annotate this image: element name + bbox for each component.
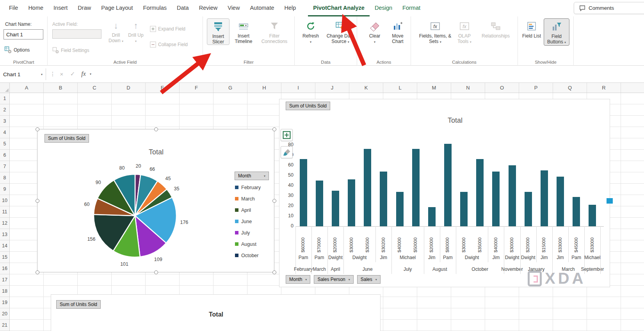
menu-tab-file[interactable]: File [4, 0, 23, 16]
field-list-button[interactable]: Field List [521, 18, 542, 39]
bar[interactable] [428, 207, 436, 226]
selection-handle[interactable] [154, 127, 158, 131]
row-header-16[interactable]: 16 [0, 263, 9, 274]
row-header-11[interactable]: 11 [0, 206, 9, 218]
legend-field-button-month[interactable]: Month ▾ [235, 172, 269, 180]
field-button-sales-person[interactable]: Sales Person▾ [314, 275, 353, 284]
selection-handle[interactable] [36, 127, 39, 131]
select-all-corner[interactable] [0, 83, 10, 93]
relationships-button[interactable]: Relationships [477, 18, 514, 39]
active-field-input[interactable] [52, 29, 101, 39]
row-header-18[interactable]: 18 [0, 286, 9, 297]
column-header-A[interactable]: A [10, 83, 44, 93]
menu-tab-pivotchart-analyze[interactable]: PivotChart Analyze [308, 0, 370, 16]
bar[interactable] [476, 159, 484, 226]
bar[interactable] [557, 177, 564, 226]
bar[interactable] [364, 149, 371, 226]
menu-tab-insert[interactable]: Insert [48, 0, 73, 16]
filter-connections-button[interactable]: Filter Connections [258, 18, 291, 44]
column-header-M[interactable]: M [417, 83, 451, 93]
legend-item-june[interactable]: June [235, 216, 261, 227]
row-header-3[interactable]: 3 [0, 116, 9, 127]
bar[interactable] [316, 181, 323, 226]
column-header-O[interactable]: O [485, 83, 519, 93]
move-chart-button[interactable]: Move Chart [387, 18, 409, 44]
formula-bar-handle-icon[interactable]: ⋮ [50, 71, 55, 77]
row-header-20[interactable]: 20 [0, 308, 9, 320]
bar[interactable] [396, 192, 404, 226]
row-header-14[interactable]: 14 [0, 240, 9, 252]
pie2-value-field-button[interactable]: Sum of Units Sold [56, 300, 101, 309]
enter-icon[interactable]: ✓ [68, 70, 77, 77]
bar[interactable] [444, 144, 452, 226]
row-header-4[interactable]: 4 [0, 127, 9, 138]
selection-handle[interactable] [36, 199, 39, 203]
legend-item-august[interactable]: August [235, 238, 261, 250]
insert-timeline-button[interactable]: Insert Timeline [231, 18, 256, 44]
pivot-bar-chart[interactable]: Sum of Units Sold Total 0102030405060708… [279, 99, 610, 287]
row-header-15[interactable]: 15 [0, 252, 9, 263]
selection-handle[interactable] [154, 270, 158, 274]
row-header-7[interactable]: 7 [0, 161, 9, 172]
column-header-N[interactable]: N [451, 83, 485, 93]
menu-tab-formulas[interactable]: Formulas [138, 0, 172, 16]
fields-items-sets-button[interactable]: fx Fields, Items, & Sets ▾ [419, 18, 452, 45]
column-header-D[interactable]: D [112, 83, 146, 93]
menu-tab-help[interactable]: Help [279, 0, 301, 16]
row-header-6[interactable]: 6 [0, 150, 9, 161]
bar[interactable] [332, 191, 339, 226]
legend-item-february[interactable]: February [235, 182, 261, 193]
collapse-field-button[interactable]: Collapse Field [150, 41, 188, 48]
formula-input[interactable] [101, 68, 639, 80]
menu-tab-draw[interactable]: Draw [73, 0, 96, 16]
field-button-sales[interactable]: Sales▾ [357, 275, 381, 284]
menu-tab-view[interactable]: View [222, 0, 245, 16]
olap-tools-button[interactable]: fx OLAP Tools ▾ [453, 18, 476, 45]
selection-handle[interactable] [272, 199, 276, 203]
bar[interactable] [541, 170, 548, 226]
column-header-L[interactable]: L [383, 83, 417, 93]
row-header-10[interactable]: 10 [0, 195, 9, 206]
column-header-E[interactable]: E [146, 83, 180, 93]
options-button[interactable]: Options [4, 46, 30, 54]
bar[interactable] [573, 197, 580, 226]
menu-tab-format[interactable]: Format [397, 0, 425, 16]
row-header-19[interactable]: 19 [0, 297, 9, 308]
row-header-2[interactable]: 2 [0, 104, 9, 116]
field-button-month[interactable]: Month▾ [286, 275, 310, 284]
row-header-9[interactable]: 9 [0, 184, 9, 195]
pivot-pie-chart[interactable]: Sum of Units Sold Total 2066453517610910… [37, 129, 274, 272]
refresh-button[interactable]: Refresh▾ [299, 18, 323, 45]
column-header-K[interactable]: K [349, 83, 383, 93]
selection-handle[interactable] [36, 270, 39, 274]
expand-field-button[interactable]: Expand Field [150, 26, 185, 32]
column-header-B[interactable]: B [44, 83, 78, 93]
row-header-8[interactable]: 8 [0, 172, 9, 184]
pivot-pie-chart-2[interactable]: Sum of Units Sold Total [51, 294, 381, 331]
bar[interactable] [525, 192, 532, 226]
menu-tab-review[interactable]: Review [194, 0, 223, 16]
row-header-13[interactable]: 13 [0, 229, 9, 240]
drill-up-button[interactable]: ↑ Drill Up ▾ [127, 18, 144, 44]
clear-button[interactable]: Clear▾ [365, 18, 384, 45]
row-header-17[interactable]: 17 [0, 274, 9, 286]
chart-name-input[interactable] [4, 29, 43, 39]
bar[interactable] [460, 192, 468, 226]
bar[interactable] [509, 165, 516, 226]
column-header-J[interactable]: J [315, 83, 349, 93]
column-header-Q[interactable]: Q [553, 83, 587, 93]
comments-button[interactable]: Comments [574, 2, 644, 14]
selection-handle[interactable] [272, 127, 276, 131]
name-box[interactable]: Chart 1 ▾ [0, 68, 46, 80]
legend-item-october[interactable]: October [235, 250, 261, 261]
field-settings-button[interactable]: Field Settings [52, 47, 89, 54]
cancel-icon[interactable]: × [57, 71, 66, 77]
menu-tab-automate[interactable]: Automate [245, 0, 279, 16]
column-header-H[interactable]: H [247, 83, 281, 93]
field-buttons-button[interactable]: Field Buttons ▾ [544, 18, 569, 46]
menu-tab-design[interactable]: Design [370, 0, 397, 16]
bar[interactable] [412, 149, 420, 226]
change-data-source-button[interactable]: Change Data Source ▾ [325, 18, 356, 45]
column-header-P[interactable]: P [519, 83, 553, 93]
column-header-F[interactable]: F [180, 83, 213, 93]
